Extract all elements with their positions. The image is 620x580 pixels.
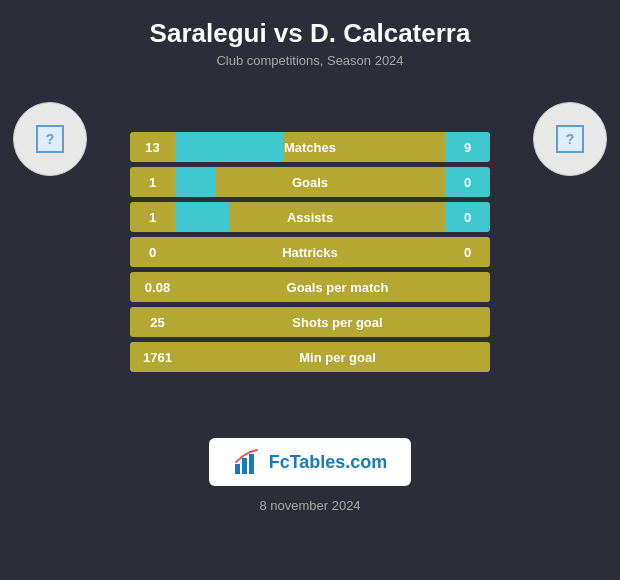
page-subtitle: Club competitions, Season 2024 — [216, 53, 403, 68]
stat-assists-fill — [175, 202, 229, 232]
stat-row-spg: 25 Shots per goal — [130, 307, 490, 337]
page-wrapper: Saralegui vs D. Calcaterra Club competit… — [0, 0, 620, 580]
branding-text: FcTables.com — [269, 452, 388, 473]
question-icon-right: ? — [566, 131, 575, 147]
avatar-placeholder-left: ? — [36, 125, 64, 153]
stat-mpg-label: Min per goal — [299, 350, 376, 365]
avatar-right: ? — [520, 102, 620, 176]
stat-gpm-label: Goals per match — [287, 280, 389, 295]
stats-container: 13 Matches 9 1 Goals 0 1 — [130, 132, 490, 372]
stat-mpg-left: 1761 — [130, 342, 185, 372]
branding-box: FcTables.com — [209, 438, 412, 486]
stat-matches-fill — [175, 132, 283, 162]
stat-row-mpg: 1761 Min per goal — [130, 342, 490, 372]
stat-assists-right: 0 — [445, 202, 490, 232]
footer-date: 8 november 2024 — [259, 498, 360, 513]
stat-hattricks-right: 0 — [445, 237, 490, 267]
stat-matches-bar: Matches — [175, 132, 445, 162]
avatar-circle-left: ? — [13, 102, 87, 176]
stat-row-goals: 1 Goals 0 — [130, 167, 490, 197]
stat-row-hattricks: 0 Hattricks 0 — [130, 237, 490, 267]
stat-gpm-left: 0.08 — [130, 272, 185, 302]
branding-fc: Fc — [269, 452, 290, 472]
stat-goals-left: 1 — [130, 167, 175, 197]
stat-gpm-bar: Goals per match — [185, 272, 490, 302]
stat-spg-bar: Shots per goal — [185, 307, 490, 337]
stat-matches-right: 9 — [445, 132, 490, 162]
page-title: Saralegui vs D. Calcaterra — [150, 18, 471, 49]
stat-goals-fill — [175, 167, 216, 197]
stat-matches-label: Matches — [284, 140, 336, 155]
branding-tables: Tables.com — [290, 452, 388, 472]
avatar-circle-right: ? — [533, 102, 607, 176]
stat-matches-left: 13 — [130, 132, 175, 162]
stat-hattricks-label: Hattricks — [282, 245, 338, 260]
stat-row-matches: 13 Matches 9 — [130, 132, 490, 162]
stat-goals-label: Goals — [292, 175, 328, 190]
stat-goals-right: 0 — [445, 167, 490, 197]
avatar-placeholder-right: ? — [556, 125, 584, 153]
stat-hattricks-bar: Hattricks — [175, 237, 445, 267]
question-icon-left: ? — [46, 131, 55, 147]
svg-rect-2 — [249, 454, 254, 474]
stat-assists-left: 1 — [130, 202, 175, 232]
stat-mpg-bar: Min per goal — [185, 342, 490, 372]
stat-row-assists: 1 Assists 0 — [130, 202, 490, 232]
stat-goals-bar: Goals — [175, 167, 445, 197]
stat-assists-bar: Assists — [175, 202, 445, 232]
svg-rect-1 — [242, 458, 247, 474]
content-area: ? 13 Matches 9 1 Goals 0 — [0, 82, 620, 422]
stat-row-gpm: 0.08 Goals per match — [130, 272, 490, 302]
svg-rect-0 — [235, 464, 240, 474]
stat-spg-label: Shots per goal — [292, 315, 382, 330]
branding-chart-icon — [233, 448, 261, 476]
stat-assists-label: Assists — [287, 210, 333, 225]
stat-hattricks-left: 0 — [130, 237, 175, 267]
avatar-left: ? — [0, 102, 100, 176]
stat-spg-left: 25 — [130, 307, 185, 337]
